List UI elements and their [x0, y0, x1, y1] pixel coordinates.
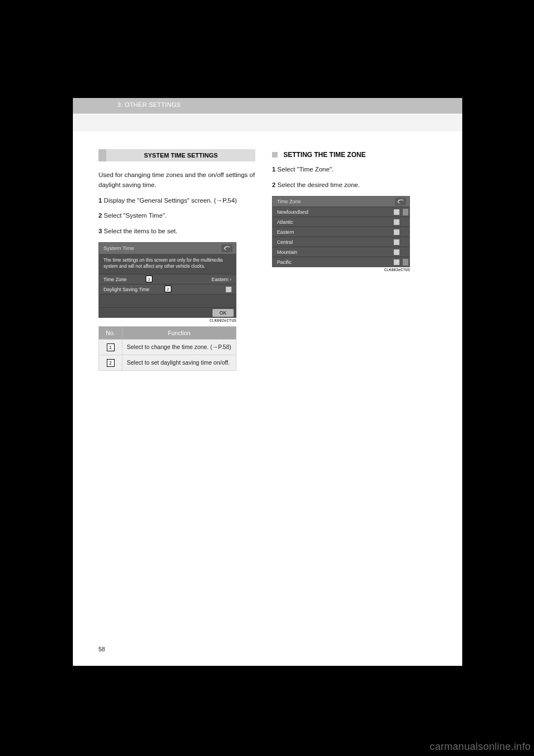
system-time-screenshot: System Time The time settings on this sc…	[98, 242, 236, 318]
tz-title: Time Zone	[277, 199, 301, 204]
system-time-note: The time settings on this screen are onl…	[99, 254, 236, 274]
time-zone-value: Eastern ›	[211, 274, 231, 284]
step-3: 3 Select the items to be set.	[98, 227, 255, 237]
tz-option-checkbox[interactable]	[394, 249, 399, 255]
time-zone-row[interactable]: Time Zone 1 Eastern ›	[99, 274, 236, 284]
callout-1: 1	[146, 276, 152, 282]
manual-page: 3. OTHER SETTINGS SYSTEM TIME SETTINGS U…	[73, 98, 462, 666]
tz-option-central[interactable]: Central	[273, 237, 409, 247]
header-band	[73, 114, 462, 131]
right-column: SETTING THE TIME ZONE 1 Select "Time Zon…	[272, 149, 433, 272]
step-1-num: 1	[98, 197, 102, 204]
system-time-titlebar: System Time	[99, 243, 236, 254]
breadcrumb: 3. OTHER SETTINGS	[117, 101, 181, 108]
step-1: 1 Display the "General Settings" screen.…	[98, 196, 255, 206]
section-heading-row: SYSTEM TIME SETTINGS	[98, 149, 255, 161]
time-zone-screenshot: Time Zone Newfoundland Atlantic Eastern …	[272, 196, 410, 267]
ok-bar: OK	[99, 307, 236, 317]
subsection-title: SETTING THE TIME ZONE	[283, 151, 365, 159]
back-icon[interactable]	[395, 198, 406, 205]
time-zone-label: Time Zone	[103, 277, 127, 282]
tz-option-checkbox[interactable]	[394, 229, 399, 235]
step-2-num: 2	[98, 212, 102, 219]
back-icon[interactable]	[221, 244, 233, 252]
dst-row[interactable]: Daylight Saving Time 2	[99, 284, 236, 294]
section-heading: SYSTEM TIME SETTINGS	[106, 149, 255, 161]
step-2: 2 Select "System Time".	[98, 211, 255, 221]
system-time-caption: CLK002eCTUS	[98, 318, 236, 323]
row-fn-1: Select to change the time zone. (→P.58)	[122, 340, 236, 355]
r-step-2-num: 2	[272, 181, 275, 188]
step-3-text: Select the items to be set.	[104, 228, 177, 234]
row-fn-2: Select to set daylight saving time on/of…	[122, 355, 236, 371]
breadcrumb-bar: 3. OTHER SETTINGS	[73, 98, 462, 114]
table-row: 1 Select to change the time zone. (→P.58…	[99, 340, 236, 355]
tz-option-label: Eastern	[277, 229, 294, 235]
tz-option-pacific[interactable]: Pacific	[273, 257, 409, 267]
col-no: No.	[99, 327, 122, 340]
dst-label: Daylight Saving Time	[103, 287, 150, 292]
scroll-down-icon[interactable]	[403, 259, 408, 266]
left-column: SYSTEM TIME SETTINGS Used for changing t…	[98, 149, 255, 371]
tz-option-checkbox[interactable]	[394, 219, 399, 225]
scroll-up-icon[interactable]	[403, 209, 408, 215]
intro-text: Used for changing time zones and the on/…	[98, 170, 255, 190]
step-3-num: 3	[98, 228, 102, 234]
ok-button[interactable]: OK	[212, 309, 234, 317]
tz-option-newfoundland[interactable]: Newfoundland	[273, 207, 409, 217]
system-time-title: System Time	[103, 245, 134, 251]
callout-2: 2	[165, 286, 171, 292]
tz-titlebar: Time Zone	[273, 197, 409, 207]
step-1-text: Display the "General Settings" screen. (…	[104, 197, 237, 204]
tz-option-label: Mountain	[277, 249, 297, 255]
r-step-1: 1 Select "Time Zone".	[272, 165, 433, 175]
tz-option-label: Pacific	[277, 259, 291, 265]
subsection-heading: SETTING THE TIME ZONE	[272, 149, 433, 159]
r-step-2-text: Select the desired time zone.	[278, 181, 360, 188]
tz-option-label: Newfoundland	[277, 209, 308, 215]
row-no-2: 2	[107, 359, 115, 367]
tz-option-label: Atlantic	[277, 219, 293, 225]
tz-option-checkbox[interactable]	[394, 209, 399, 215]
row-no-1: 1	[107, 343, 115, 351]
r-step-1-num: 1	[272, 166, 275, 173]
tz-option-label: Central	[277, 239, 293, 245]
function-table: No. Function 1 Select to change the time…	[98, 326, 236, 371]
table-row: 2 Select to set daylight saving time on/…	[99, 355, 236, 371]
tz-option-eastern[interactable]: Eastern	[273, 227, 409, 237]
square-bullet-icon	[272, 152, 278, 158]
tz-option-checkbox[interactable]	[394, 239, 399, 245]
step-2-text: Select "System Time".	[104, 212, 167, 219]
dst-checkbox[interactable]	[226, 287, 231, 292]
screenshot-spacer	[99, 294, 236, 307]
tz-option-atlantic[interactable]: Atlantic	[273, 217, 409, 227]
watermark: carmanualsonline.info	[430, 741, 531, 753]
tz-option-mountain[interactable]: Mountain	[273, 247, 409, 257]
tz-option-checkbox[interactable]	[394, 259, 399, 265]
col-fn: Function	[122, 327, 236, 340]
page-number: 58	[98, 646, 105, 652]
tz-caption: CLK003eCTUS	[272, 268, 410, 272]
heading-stub	[98, 149, 106, 161]
r-step-2: 2 Select the desired time zone.	[272, 180, 433, 190]
r-step-1-text: Select "Time Zone".	[278, 166, 334, 173]
